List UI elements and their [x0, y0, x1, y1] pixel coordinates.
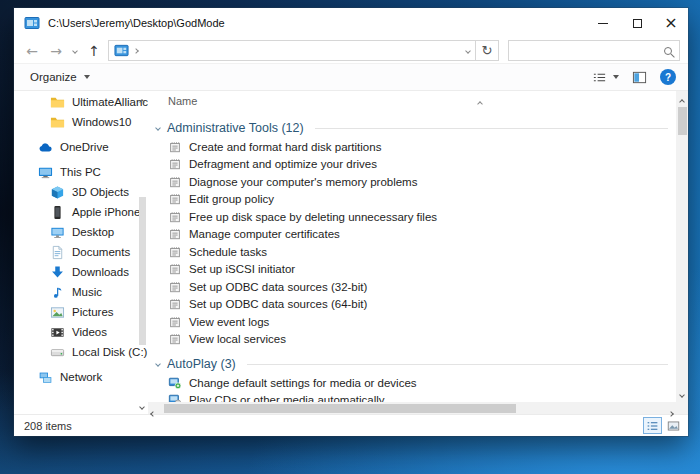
group-header-administrative-tools[interactable]: Administrative Tools (12) [148, 118, 676, 138]
sidebar-item-label: OneDrive [60, 141, 109, 153]
refresh-button[interactable]: ↻ [476, 40, 499, 61]
sidebar-item-label: Downloads [72, 266, 129, 278]
sidebar-item-network[interactable]: Network [14, 367, 148, 387]
list-item-create-and-format-hard-disk-partitions[interactable]: Create and format hard disk partitions [148, 138, 676, 156]
list-item-manage-computer-certificates[interactable]: Manage computer certificates [148, 226, 676, 244]
list-item-set-up-iscsi-initiator[interactable]: Set up iSCSI initiator [148, 261, 676, 279]
horizontal-scrollbar-thumb[interactable] [164, 404, 516, 413]
vertical-scrollbar[interactable] [676, 91, 688, 402]
picture-icon [50, 305, 65, 320]
music-icon [50, 285, 65, 300]
sidebar-scrollbar-thumb[interactable] [139, 197, 146, 345]
vertical-scrollbar-thumb[interactable] [678, 107, 687, 135]
sidebar-item-windows10[interactable]: Windows10 [14, 112, 148, 132]
folder-icon [50, 115, 65, 130]
sidebar-item-apple-iphone[interactable]: Apple iPhone [14, 202, 148, 222]
scroll-up-icon[interactable] [140, 94, 144, 106]
sidebar-item-onedrive[interactable]: OneDrive [14, 137, 148, 157]
sidebar-item-videos[interactable]: Videos [14, 322, 148, 342]
godmode-icon [114, 43, 129, 58]
sidebar-item-label: Pictures [72, 306, 114, 318]
help-button[interactable]: ? [660, 69, 676, 85]
address-bar[interactable] [108, 40, 476, 61]
change-view-button[interactable] [591, 70, 619, 85]
scroll-right-icon[interactable] [669, 406, 673, 418]
admin-icon [168, 262, 182, 276]
list-item-edit-group-policy[interactable]: Edit group policy [148, 191, 676, 209]
search-input[interactable] [515, 45, 664, 57]
list-item-set-up-odbc-data-sources-64-bit[interactable]: Set up ODBC data sources (64-bit) [148, 296, 676, 314]
list-item-play-cds-or-other-media-automatically[interactable]: Play CDs or other media automatically [148, 392, 676, 403]
download-icon [50, 265, 65, 280]
list-item-label: Schedule tasks [189, 246, 267, 258]
scroll-left-icon[interactable] [151, 406, 155, 418]
sidebar-item-downloads[interactable]: Downloads [14, 262, 148, 282]
scroll-up-icon[interactable] [680, 94, 684, 106]
refresh-icon: ↻ [482, 43, 493, 58]
list-item-view-local-services[interactable]: View local services [148, 331, 676, 349]
list-item-view-event-logs[interactable]: View event logs [148, 313, 676, 331]
maximize-button[interactable] [620, 8, 654, 38]
scroll-down-icon[interactable] [680, 387, 684, 399]
admin-icon [168, 140, 182, 154]
group-header-autoplay[interactable]: AutoPlay (3) [148, 354, 676, 374]
forward-button[interactable]: → [44, 40, 68, 62]
organize-label: Organize [30, 71, 77, 83]
cloud-icon [38, 140, 53, 155]
organize-button[interactable]: Organize [30, 71, 90, 83]
minimize-button[interactable] [586, 8, 620, 38]
scrollbar-corner [676, 402, 688, 414]
sidebar-item-label: Videos [72, 326, 107, 338]
sidebar-item-documents[interactable]: Documents [14, 242, 148, 262]
breadcrumb-chevron-icon[interactable] [133, 48, 139, 54]
list-item-change-default-settings-for-media-or-devices[interactable]: Change default settings for media or dev… [148, 374, 676, 392]
group-divider [315, 128, 668, 129]
sidebar-item-desktop[interactable]: Desktop [14, 222, 148, 242]
explorer-window: C:\Users\Jeremy\Desktop\GodMode × ← → ↑ … [14, 8, 688, 436]
recent-locations-button[interactable] [68, 40, 82, 62]
preview-pane-button[interactable] [631, 70, 648, 85]
column-header-name[interactable]: Name [148, 95, 676, 112]
large-icons-view-button[interactable] [664, 417, 683, 434]
sidebar-scrollbar[interactable] [137, 91, 148, 414]
sidebar-item-music[interactable]: Music [14, 282, 148, 302]
search-box[interactable] [508, 40, 680, 61]
list-item-free-up-disk-space-by-deleting-unnecessary-files[interactable]: Free up disk space by deleting unnecessa… [148, 208, 676, 226]
list-item-label: Play CDs or other media automatically [189, 394, 385, 402]
details-view-button[interactable] [643, 417, 662, 434]
list-item-schedule-tasks[interactable]: Schedule tasks [148, 243, 676, 261]
video-icon [50, 325, 65, 340]
list-item-label: Change default settings for media or dev… [189, 377, 417, 389]
scroll-down-icon[interactable] [140, 399, 144, 411]
back-button[interactable]: ← [20, 40, 44, 62]
list-item-label: Create and format hard disk partitions [189, 141, 381, 153]
desktop-icon [50, 225, 65, 240]
close-button[interactable]: × [654, 8, 688, 38]
toolbar-right-icons: ? [591, 69, 676, 85]
collapse-chevron-icon[interactable] [155, 361, 161, 367]
list-item-set-up-odbc-data-sources-32-bit[interactable]: Set up ODBC data sources (32-bit) [148, 278, 676, 296]
address-dropdown-icon[interactable] [465, 48, 471, 54]
sidebar-item-3d-objects[interactable]: 3D Objects [14, 182, 148, 202]
list-item-label: Diagnose your computer's memory problems [189, 176, 417, 188]
navigation-bar: ← → ↑ ↻ [14, 38, 688, 64]
up-button[interactable]: ↑ [82, 40, 106, 62]
admin-icon [168, 210, 182, 224]
status-bar: 208 items [14, 414, 688, 436]
sidebar-item-this-pc[interactable]: This PC [14, 162, 148, 182]
sidebar-item-label: Music [72, 286, 102, 298]
sidebar-item-pictures[interactable]: Pictures [14, 302, 148, 322]
list-item-label: Manage computer certificates [189, 228, 340, 240]
network-icon [38, 370, 53, 385]
horizontal-scrollbar[interactable] [148, 402, 676, 414]
collapse-chevron-icon[interactable] [155, 125, 161, 131]
document-icon [50, 245, 65, 260]
sidebar-item-ultimatealliance[interactable]: UltimateAlliance [14, 92, 148, 112]
list-item-diagnose-your-computer-s-memory-problems[interactable]: Diagnose your computer's memory problems [148, 173, 676, 191]
list-item-label: Set up ODBC data sources (64-bit) [189, 298, 367, 310]
group-label: AutoPlay (3) [167, 357, 236, 371]
list-item-defragment-and-optimize-your-drives[interactable]: Defragment and optimize your drives [148, 156, 676, 174]
cube-icon [50, 185, 65, 200]
list-view-icon [591, 70, 608, 85]
sidebar-item-local-disk-c[interactable]: Local Disk (C:) [14, 342, 148, 362]
